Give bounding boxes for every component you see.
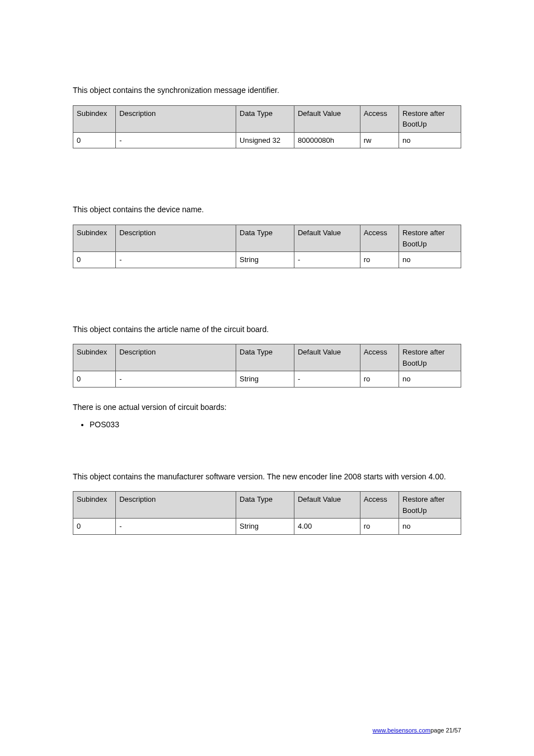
th-default: Default Value [294,492,360,519]
section-intro: This object contains the article name of… [73,323,461,337]
td-access: rw [360,132,399,148]
td-description: - [116,519,236,535]
th-data-type: Data Type [236,492,294,519]
td-access: ro [360,371,399,388]
object-table: Subindex Description Data Type Default V… [73,105,461,149]
td-subindex: 0 [73,371,116,388]
td-description: - [116,132,236,148]
table-header-row: Subindex Description Data Type Default V… [73,225,461,252]
footer-spacer [73,727,373,734]
td-restore: no [399,252,461,268]
footer-page-number: page 21/57 [430,727,461,734]
table-header-row: Subindex Description Data Type Default V… [73,344,461,371]
section-gap [73,282,461,312]
footer-link[interactable]: www.beisensors.com [373,727,430,734]
th-restore: Restore after BootUp [399,105,461,132]
th-access: Access [360,344,399,371]
list-item: POS033 [90,420,461,429]
object-table: Subindex Description Data Type Default V… [73,344,461,388]
table-row: 0 - String - ro no [73,371,461,388]
boards-list: POS033 [90,420,461,429]
td-subindex: 0 [73,132,116,148]
th-data-type: Data Type [236,344,294,371]
object-table: Subindex Description Data Type Default V… [73,491,461,535]
th-access: Access [360,105,399,132]
td-subindex: 0 [73,519,116,535]
th-description: Description [116,105,236,132]
th-access: Access [360,225,399,252]
td-default: 80000080h [294,132,360,148]
object-table: Subindex Description Data Type Default V… [73,225,461,268]
section-gap [73,162,461,192]
th-description: Description [116,492,236,519]
th-restore: Restore after BootUp [399,492,461,519]
table-header-row: Subindex Description Data Type Default V… [73,492,461,519]
td-description: - [116,371,236,388]
td-restore: no [399,519,461,535]
table-row: 0 - String - ro no [73,252,461,268]
boards-intro: There is one actual version of circuit b… [73,401,461,414]
th-description: Description [116,225,236,252]
table-header-row: Subindex Description Data Type Default V… [73,105,461,132]
th-data-type: Data Type [236,105,294,132]
th-data-type: Data Type [236,225,294,252]
td-default: - [294,252,360,268]
th-default: Default Value [294,225,360,252]
th-subindex: Subindex [73,225,116,252]
th-subindex: Subindex [73,105,116,132]
td-description: - [116,252,236,268]
page: This object contains the synchronization… [0,0,534,756]
section-intro: This object contains the synchronization… [73,84,461,97]
section-intro: This object contains the device name. [73,203,461,217]
td-subindex: 0 [73,252,116,268]
td-data-type: String [236,371,294,388]
td-access: ro [360,519,399,535]
td-default: - [294,371,360,388]
th-subindex: Subindex [73,344,116,371]
td-data-type: String [236,252,294,268]
th-access: Access [360,492,399,519]
th-restore: Restore after BootUp [399,344,461,371]
table-row: 0 - String 4.00 ro no [73,519,461,535]
td-restore: no [399,132,461,148]
table-row: 0 - Unsigned 32 80000080h rw no [73,132,461,148]
th-default: Default Value [294,105,360,132]
td-data-type: String [236,519,294,535]
th-description: Description [116,344,236,371]
th-restore: Restore after BootUp [399,225,461,252]
th-default: Default Value [294,344,360,371]
td-restore: no [399,371,461,388]
td-data-type: Unsigned 32 [236,132,294,148]
td-default: 4.00 [294,519,360,535]
section-intro: This object contains the manufacturer so… [73,470,461,484]
th-subindex: Subindex [73,492,116,519]
td-access: ro [360,252,399,268]
page-footer: www.beisensors.com page 21/57 [73,727,461,734]
section-gap [73,429,461,459]
